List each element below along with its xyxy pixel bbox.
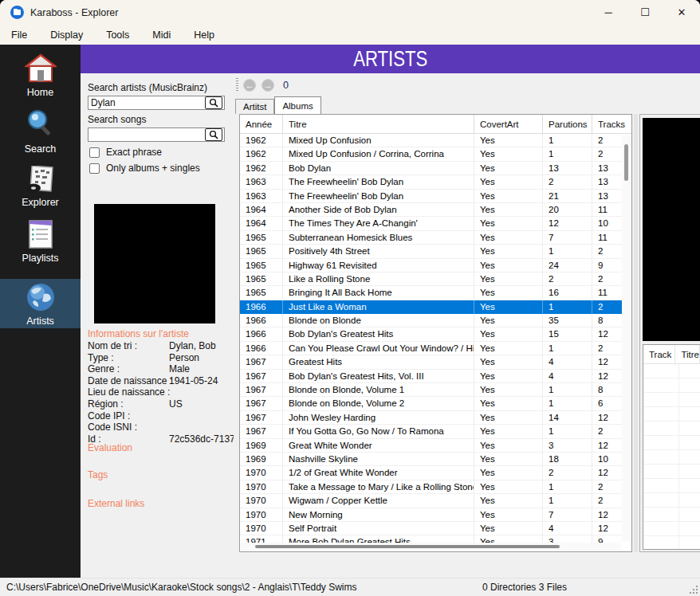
status-count: 0 Directories 3 Files: [482, 582, 567, 593]
artist-search-panel: Search artists (MusicBrainz) Search song…: [81, 73, 234, 578]
window-title: Karaboss - Explorer: [30, 7, 118, 18]
nav-toolbar: ← → 0: [234, 76, 289, 94]
app-icon: [10, 6, 24, 19]
sidebar: Home Search Explorer: [0, 45, 81, 578]
table-row[interactable]: 1963 The Freewheelin' Bob Dylan Yes 21 1…: [240, 190, 622, 203]
tab-albums[interactable]: Albums: [274, 96, 321, 114]
table-row[interactable]: 1967 Bob Dylan's Greatest Hits, Vol. III…: [240, 370, 622, 383]
menu-item[interactable]: File: [11, 29, 27, 41]
menu-item[interactable]: Display: [50, 29, 83, 41]
page-title: ARTISTS: [353, 47, 427, 72]
info-field-value: Dylan, Bob: [169, 340, 243, 352]
checkbox-icon: [89, 163, 100, 174]
app-window: Karaboss - Explorer ─ ☐ ✕ FileDisplayToo…: [0, 0, 700, 596]
info-field-value: [169, 410, 243, 422]
info-field-label: Lieu de naissance :: [88, 386, 169, 398]
tracks-table: Track Titre: [643, 344, 700, 550]
album-cover-art: [643, 118, 700, 341]
info-field-value: [169, 422, 243, 433]
info-field-label: Type :: [88, 352, 169, 364]
menu-bar: FileDisplayToolsMidiHelp: [0, 25, 700, 45]
table-row[interactable]: 1971 More Bob Dylan Greatest Hits Yes 3 …: [240, 535, 622, 543]
back-button[interactable]: ←: [243, 79, 256, 92]
resize-grip-icon[interactable]: [689, 585, 698, 594]
table-row[interactable]: 1967 Blonde on Blonde, Volume 2 Yes 1 6: [240, 397, 622, 410]
tab-artist[interactable]: Artitst: [235, 99, 274, 114]
sidebar-item-search[interactable]: Search: [0, 100, 81, 161]
albums-table-body: 1962 Mixed Up Confusion Yes 1 2 1962 Mix…: [240, 134, 622, 543]
table-row[interactable]: 1965 Like a Rolling Stone Yes 2 2: [240, 273, 622, 286]
table-row[interactable]: 1967 If You Gotta Go, Go Now / To Ramona…: [240, 425, 622, 438]
home-icon: [25, 53, 57, 84]
search-songs-button[interactable]: [205, 128, 222, 141]
info-field-value: 72c536dc-7137-4: [169, 433, 243, 445]
artist-info-title: Informations sur l'artiste: [88, 328, 189, 339]
table-row[interactable]: 1965 Highway 61 Revisited Yes 24 9: [240, 259, 622, 273]
table-row[interactable]: 1967 John Wesley Harding Yes 14 12: [240, 411, 622, 425]
status-path: C:\Users\Fabrice\OneDrive\Music\Karaoke\…: [6, 582, 357, 593]
tracks-table-body: [643, 364, 700, 549]
sidebar-item-playlists[interactable]: Playlists: [0, 212, 81, 269]
tags-section-label: Tags: [88, 469, 108, 480]
search-artists-label: Search artists (MusicBrainz): [88, 82, 207, 93]
tracks-table-header[interactable]: Track Titre: [643, 345, 700, 364]
table-row[interactable]: 1970 New Morning Yes 7 12: [240, 508, 622, 522]
page-header: ARTISTS: [81, 45, 700, 73]
minimize-button[interactable]: ─: [590, 0, 627, 25]
sidebar-item-explorer[interactable]: Explorer: [0, 161, 81, 212]
maximize-button[interactable]: ☐: [627, 0, 663, 25]
table-row[interactable]: 1965 Subterranean Homesick Blues Yes 7 1…: [240, 231, 622, 245]
horizontal-scrollbar[interactable]: [241, 543, 621, 551]
info-field-value: US: [169, 398, 243, 410]
table-row[interactable]: 1970 Self Portrait Yes 4 12: [240, 522, 622, 535]
forward-button[interactable]: →: [262, 79, 274, 92]
horizontal-scrollbar-thumb[interactable]: [255, 545, 560, 548]
table-row[interactable]: 1962 Mixed Up Confusion Yes 1 2: [240, 134, 622, 147]
search-artists-button[interactable]: [205, 96, 222, 109]
toolbar-grip[interactable]: [236, 78, 238, 92]
info-field-label: Date de naissance :: [88, 375, 169, 387]
table-row[interactable]: 1966 Just Like a Woman Yes 1 2: [240, 300, 622, 314]
table-row[interactable]: 1963 The Freewheelin' Bob Dylan Yes 2 13: [240, 175, 622, 189]
table-row[interactable]: 1966 Can You Please Crawl Out Your Windo…: [240, 342, 622, 355]
table-row[interactable]: 1969 Nashville Skyline Yes 18 10: [240, 453, 622, 466]
only-albums-checkbox[interactable]: Only albums + singles: [89, 163, 200, 174]
table-row[interactable]: 1962 Bob Dylan Yes 13 13: [240, 162, 622, 175]
info-field-label: Code ISNI :: [88, 422, 169, 433]
table-row[interactable]: 1967 Greatest Hits Yes 4 12: [240, 355, 622, 369]
table-row[interactable]: 1969 Great White Wonder Yes 3 12: [240, 439, 622, 453]
playlists-icon: [26, 218, 55, 250]
table-row[interactable]: 1966 Blonde on Blonde Yes 35 8: [240, 314, 622, 327]
menu-item[interactable]: Help: [194, 29, 214, 41]
tab-strip: Artitst Albums: [235, 96, 321, 114]
magnifier-icon: [209, 130, 218, 139]
close-button[interactable]: ✕: [663, 0, 700, 25]
info-field-label: Genre :: [88, 363, 169, 375]
sidebar-item-artists[interactable]: Artists: [0, 279, 81, 328]
info-field-label: Nom de tri :: [88, 340, 169, 352]
sidebar-item-home[interactable]: Home: [0, 45, 81, 100]
albums-table-header[interactable]: Année Titre CovertArt Parutions Tracks: [240, 115, 631, 134]
table-row[interactable]: 1962 Mixed Up Confusion / Corrina, Corri…: [240, 147, 622, 161]
vertical-scrollbar[interactable]: [622, 135, 631, 542]
table-row[interactable]: 1967 Blonde on Blonde, Volume 1 Yes 1 8: [240, 383, 622, 397]
vertical-scrollbar-thumb[interactable]: [624, 144, 628, 181]
artist-info-grid: Nom de tri : Dylan, Bob Type : Person Ge…: [88, 340, 231, 445]
title-bar[interactable]: Karaboss - Explorer ─ ☐ ✕: [0, 0, 700, 25]
table-row[interactable]: 1964 The Times They Are A-Changin' Yes 1…: [240, 217, 622, 230]
explorer-icon: [25, 166, 57, 194]
table-row[interactable]: 1970 Wigwam / Copper Kettle Yes 1 2: [240, 494, 622, 508]
table-row[interactable]: 1964 Another Side of Bob Dylan Yes 20 11: [240, 203, 622, 217]
panel-splitter[interactable]: [634, 114, 638, 552]
table-row[interactable]: 1965 Bringing It All Back Home Yes 16 11: [240, 286, 622, 300]
table-row[interactable]: 1965 Positively 4th Street Yes 1 2: [240, 245, 622, 258]
exact-phrase-checkbox[interactable]: Exact phrase: [89, 147, 162, 158]
info-field-label: Région :: [88, 398, 169, 410]
info-field-label: Code IPI :: [88, 410, 169, 422]
table-row[interactable]: 1970 1/2 of Great White Wonder Yes 2 12: [240, 466, 622, 480]
status-bar: C:\Users\Fabrice\OneDrive\Music\Karaoke\…: [0, 578, 700, 596]
menu-item[interactable]: Midi: [152, 29, 171, 41]
table-row[interactable]: 1970 Take a Message to Mary / Like a Rol…: [240, 480, 622, 494]
table-row[interactable]: 1966 Bob Dylan's Greatest Hits Yes 15 12: [240, 327, 622, 341]
menu-item[interactable]: Tools: [106, 29, 129, 41]
